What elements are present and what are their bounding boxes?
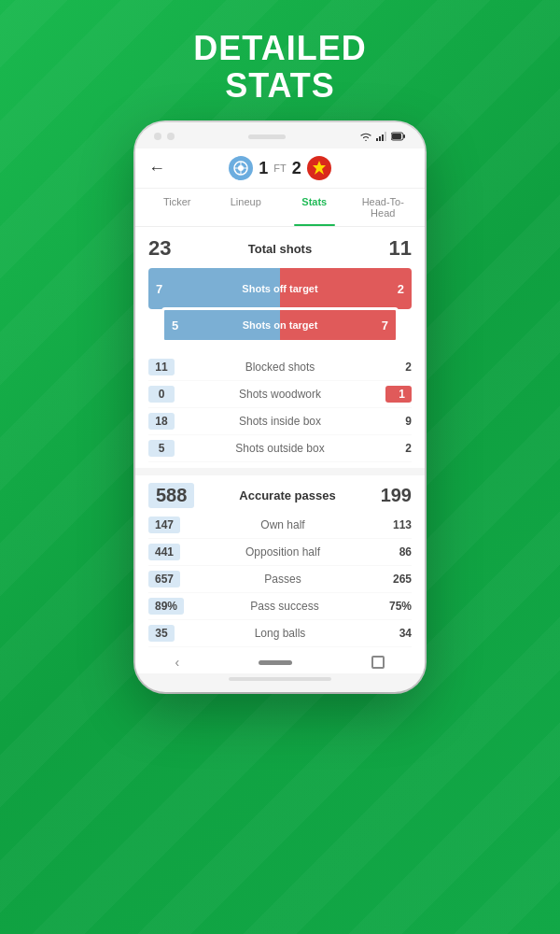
tab-stats[interactable]: Stats	[280, 189, 349, 226]
away-total-shots: 11	[389, 236, 412, 261]
title-line1: DETAILED	[193, 29, 366, 67]
phone-top-bar	[135, 122, 425, 149]
svg-rect-2	[382, 134, 384, 141]
tab-head-to-head[interactable]: Head-To-Head	[349, 189, 418, 226]
shots-on-target-bar-wrap: 5 Shots on target 7	[161, 307, 399, 343]
svg-rect-6	[392, 134, 401, 139]
nav-recents-square[interactable]	[371, 656, 385, 669]
total-shots-row: 23 Total shots 11	[148, 236, 412, 261]
match-header: ← 1 FT 2	[135, 149, 425, 189]
away-passes: 265	[385, 573, 412, 586]
accurate-passes-header: 588 Accurate passes 199	[135, 475, 425, 512]
nav-back-arrow[interactable]: ‹	[175, 655, 180, 670]
home-woodwork: 0	[148, 386, 175, 403]
svg-rect-0	[376, 138, 378, 141]
battery-icon	[391, 132, 406, 141]
stat-row-pass-success: 89% Pass success 75%	[148, 593, 412, 620]
home-passes: 657	[148, 571, 180, 587]
svg-rect-5	[403, 134, 405, 138]
away-opposition-half: 86	[385, 545, 412, 559]
app-content: ← 1 FT 2	[135, 149, 425, 647]
stat-row-shots-inside-box: 18 Shots inside box 9	[148, 408, 412, 435]
away-accurate-passes: 199	[381, 485, 412, 506]
passes-label: Passes	[180, 573, 385, 586]
home-blocked-shots: 11	[148, 359, 175, 375]
section-divider	[135, 468, 425, 475]
nav-home-pill[interactable]	[259, 660, 292, 665]
home-off-target-val: 7	[148, 268, 170, 309]
stat-row-own-half: 147 Own half 113	[148, 512, 412, 539]
woodwork-label: Shots woodwork	[175, 388, 385, 401]
home-score: 1	[259, 159, 268, 178]
stat-row-long-balls: 35 Long balls 34	[148, 620, 412, 647]
away-inside-box: 9	[385, 415, 412, 428]
shots-off-target-bar: 7 Shots off target 2	[148, 268, 412, 309]
home-pass-success: 89%	[148, 598, 184, 615]
shots-section: 23 Total shots 11 7 Shots off target 2 5…	[135, 227, 425, 468]
scroll-indicator	[229, 677, 331, 681]
away-own-half: 113	[385, 518, 412, 531]
home-opposition-half: 441	[148, 544, 180, 560]
home-total-shots: 23	[148, 236, 171, 261]
phone-bottom-nav: ‹	[135, 647, 425, 673]
match-score: 1 FT 2	[229, 156, 330, 180]
away-woodwork: 1	[385, 386, 412, 403]
inside-box-label: Shots inside box	[175, 415, 385, 428]
home-inside-box: 18	[148, 413, 175, 430]
away-pass-success: 75%	[385, 600, 412, 613]
title-line2: STATS	[225, 66, 335, 105]
stat-row-shots-outside-box: 5 Shots outside box 2	[148, 435, 412, 462]
away-blocked-shots: 2	[385, 361, 412, 374]
shots-bar-chart: 7 Shots off target 2 5 Shots on target 7	[148, 268, 412, 343]
away-long-balls: 34	[385, 627, 412, 640]
stat-row-blocked-shots: 11 Blocked shots 2	[148, 354, 412, 381]
accurate-passes-label: Accurate passes	[239, 488, 335, 502]
signal-icon	[376, 132, 387, 141]
home-long-balls: 35	[148, 625, 175, 642]
camera-dot-2	[167, 133, 175, 140]
away-on-target-val: 7	[374, 310, 396, 340]
pass-success-label: Pass success	[184, 600, 385, 613]
home-on-target-val: 5	[164, 310, 186, 340]
shots-off-target-label: Shots off target	[170, 268, 390, 309]
svg-rect-1	[379, 136, 381, 141]
blocked-shots-label: Blocked shots	[175, 361, 385, 374]
match-status: FT	[273, 163, 286, 174]
phone-shell: ← 1 FT 2	[135, 122, 425, 692]
home-team-logo	[229, 156, 253, 180]
shot-stat-rows: 11 Blocked shots 2 0 Shots woodwork 1 18…	[148, 354, 412, 462]
tab-lineup[interactable]: Lineup	[212, 189, 281, 226]
home-outside-box: 5	[148, 440, 175, 457]
away-score: 2	[292, 159, 301, 178]
svg-rect-3	[385, 132, 386, 141]
away-off-target-val: 2	[390, 268, 412, 309]
tabs-bar: Ticker Lineup Stats Head-To-Head	[135, 189, 425, 227]
camera-dot-1	[154, 133, 161, 140]
phone-cameras	[154, 133, 175, 140]
phone-speaker	[248, 134, 286, 139]
back-button[interactable]: ←	[148, 159, 165, 178]
home-own-half: 147	[148, 517, 180, 533]
long-balls-label: Long balls	[175, 627, 385, 640]
outside-box-label: Shots outside box	[175, 442, 385, 455]
page-title: DETAILED STATS	[193, 30, 366, 104]
total-shots-label: Total shots	[248, 242, 312, 256]
own-half-label: Own half	[180, 518, 385, 531]
home-accurate-passes: 588	[148, 483, 194, 508]
shots-on-target-label: Shots on target	[186, 310, 374, 340]
tab-ticker[interactable]: Ticker	[143, 189, 212, 226]
shots-on-target-bar: 5 Shots on target 7	[161, 307, 399, 343]
away-outside-box: 2	[385, 442, 412, 455]
opposition-half-label: Opposition half	[180, 545, 385, 559]
pass-stat-rows: 147 Own half 113 441 Opposition half 86 …	[135, 512, 425, 647]
stat-row-shots-woodwork: 0 Shots woodwork 1	[148, 381, 412, 408]
phone-status-bar	[359, 132, 406, 141]
stat-row-passes: 657 Passes 265	[148, 566, 412, 593]
away-team-logo	[307, 156, 331, 180]
stat-row-opposition-half: 441 Opposition half 86	[148, 539, 412, 566]
wifi-icon	[359, 132, 372, 141]
